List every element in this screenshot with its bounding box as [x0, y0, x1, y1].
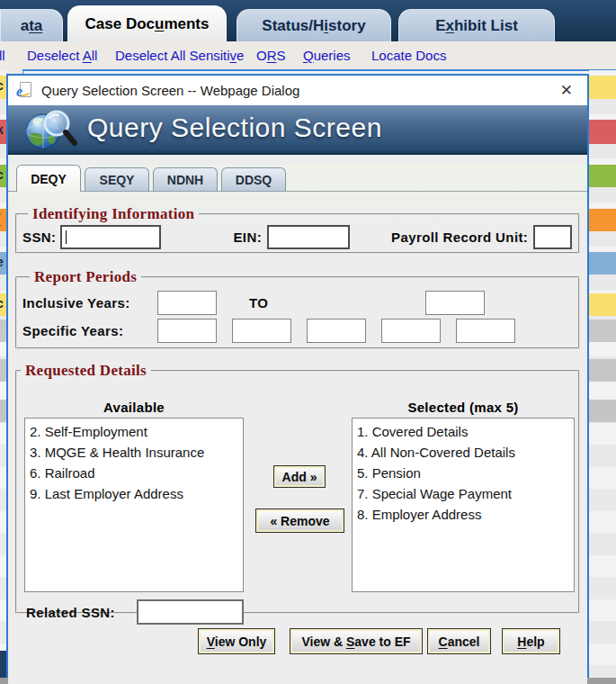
- inclusive-year-from-input[interactable]: [157, 291, 217, 315]
- list-item[interactable]: 2. Self-Employment: [25, 421, 243, 442]
- toolbar-link-deselect-all[interactable]: Deselect All: [27, 48, 97, 63]
- specific-year-1-input[interactable]: [157, 319, 217, 343]
- row-color-chip: c: [0, 293, 6, 316]
- tab-exhibit-list[interactable]: Exhibit List: [398, 9, 555, 41]
- payroll-record-unit-input[interactable]: [533, 225, 572, 249]
- text-caret: [66, 230, 67, 244]
- row-color-chip: [589, 252, 616, 274]
- specific-year-3-input[interactable]: [307, 319, 366, 343]
- tab-label: Exhibit List: [435, 17, 518, 35]
- requested-details-fieldset: Requested Details Available Selected (ma…: [15, 362, 580, 614]
- payroll-record-unit-label: Payroll Record Unit:: [391, 230, 528, 245]
- row-color-chip: k: [0, 120, 6, 144]
- tab-case-documents[interactable]: Case Documents: [67, 5, 227, 41]
- tab-ndnh[interactable]: NDNH: [153, 167, 218, 191]
- toolbar-link-locate-docs[interactable]: Locate Docs: [371, 48, 446, 63]
- clipped-text-fragment: c: [0, 167, 4, 182]
- dialog-banner: Query Selection Screen: [8, 105, 587, 155]
- list-item[interactable]: 6. Railroad: [25, 463, 243, 483]
- list-item[interactable]: 1. Covered Details: [353, 421, 574, 442]
- row-color-chip: c: [0, 165, 6, 187]
- available-listbox[interactable]: 2. Self-Employment 3. MQGE & Health Insu…: [24, 418, 244, 592]
- tab-label: ata: [21, 17, 43, 35]
- clipped-text-fragment: c: [0, 78, 4, 93]
- list-item[interactable]: 7. Special Wage Payment: [353, 483, 574, 504]
- query-tabstrip: DEQY SEQY NDNH DDSQ: [8, 165, 587, 192]
- related-ssn-label: Related SSN:: [26, 605, 115, 620]
- clipped-text-fragment: k: [0, 122, 4, 137]
- query-selection-dialog: e Query Selection Screen -- Webpage Dial…: [6, 74, 589, 678]
- available-header: Available: [24, 400, 244, 415]
- internet-explorer-icon: e: [16, 82, 34, 100]
- toolbar-link-queries[interactable]: Queries: [303, 48, 351, 63]
- row-color-chip: [589, 400, 616, 422]
- close-icon[interactable]: ✕: [560, 83, 573, 98]
- identifying-information-fieldset: Identifying Information SSN: EIN: Payrol…: [15, 205, 580, 254]
- row-color-chip: [589, 359, 616, 382]
- clipped-text-fragment: c: [0, 296, 4, 310]
- tab-deqy[interactable]: DEQY: [16, 165, 81, 192]
- screen: ata Case Documents Status/History Exhibi…: [0, 0, 616, 684]
- identifying-information-legend: Identifying Information: [28, 205, 199, 223]
- specific-year-4-input[interactable]: [381, 319, 441, 343]
- tab-seqy[interactable]: SEQY: [85, 167, 149, 191]
- ssn-label: SSN:: [22, 230, 56, 245]
- row-color-chip: [589, 120, 616, 144]
- cancel-button[interactable]: Cancel: [427, 628, 491, 654]
- list-item[interactable]: 4. All Non-Covered Details: [353, 442, 574, 463]
- list-item[interactable]: 3. MQGE & Health Insurance: [25, 442, 243, 463]
- globe-magnifier-icon: [21, 107, 85, 154]
- add-button[interactable]: Add »: [273, 465, 326, 488]
- report-periods-fieldset: Report Periods Inclusive Years: TO Speci…: [15, 268, 580, 349]
- requested-details-legend: Requested Details: [21, 362, 151, 380]
- view-only-button[interactable]: View Only: [198, 628, 275, 654]
- list-item[interactable]: 8. Employer Address: [353, 504, 574, 525]
- ein-input[interactable]: [267, 225, 350, 249]
- page-toolbar: ll Deselect All Deselect All Sensitive O…: [0, 41, 616, 70]
- row-color-chip: c: [0, 76, 6, 99]
- inclusive-years-label: Inclusive Years:: [22, 295, 157, 310]
- page-tab-bar: ata Case Documents Status/History Exhibi…: [0, 0, 616, 41]
- specific-years-label: Specific Years:: [22, 323, 157, 338]
- tab-status-history[interactable]: Status/History: [237, 9, 391, 41]
- tab-label: Status/History: [262, 17, 365, 35]
- row-color-chip: [589, 293, 616, 316]
- specific-year-2-input[interactable]: [232, 319, 291, 343]
- inclusive-year-to-input[interactable]: [425, 291, 485, 315]
- row-color-chip: e: [0, 252, 6, 274]
- list-item[interactable]: 5. Pension: [353, 463, 574, 483]
- remove-button[interactable]: « Remove: [255, 508, 344, 533]
- toolbar-link-deselect-all-sensitive[interactable]: Deselect All Sensitive: [115, 48, 244, 63]
- selected-listbox[interactable]: 1. Covered Details 4. All Non-Covered De…: [352, 418, 575, 592]
- row-color-chip: [589, 320, 616, 342]
- help-button[interactable]: Help: [502, 628, 560, 654]
- report-periods-legend: Report Periods: [30, 268, 141, 286]
- ssn-input[interactable]: [60, 225, 161, 249]
- clipped-text-fragment: (: [0, 212, 1, 226]
- dialog-titlebar: e Query Selection Screen -- Webpage Dial…: [8, 76, 587, 105]
- tab-data-partial[interactable]: ata: [0, 9, 63, 41]
- row-color-chip: [589, 165, 616, 187]
- to-label: TO: [249, 295, 384, 310]
- view-and-save-to-ef-button[interactable]: View & Save to EF: [290, 628, 423, 654]
- related-ssn-input[interactable]: [137, 599, 244, 625]
- tab-label: Case Documents: [85, 15, 210, 33]
- dialog-title: Query Selection Screen -- Webpage Dialog: [41, 83, 299, 98]
- toolbar-link-ors[interactable]: ORS: [256, 48, 286, 63]
- banner-title: Query Selection Screen: [87, 112, 382, 143]
- row-color-chip: [0, 400, 6, 422]
- row-color-chip: [589, 76, 616, 99]
- row-color-chip: [0, 359, 6, 382]
- row-color-chip: [589, 209, 616, 231]
- ein-label: EIN:: [233, 230, 262, 245]
- row-color-chip: (: [0, 209, 6, 231]
- list-item[interactable]: 9. Last Employer Address: [25, 483, 243, 504]
- clipped-text-fragment: e: [0, 255, 4, 269]
- action-button-row: View Only View & Save to EF Cancel Help: [15, 628, 580, 654]
- selected-header: Selected (max 5): [352, 400, 575, 415]
- specific-year-5-input[interactable]: [456, 319, 515, 343]
- toolbar-link-partial[interactable]: ll: [0, 48, 5, 63]
- dialog-body: DEQY SEQY NDNH DDSQ Identifying Informat…: [8, 165, 587, 684]
- tab-ddsq[interactable]: DDSQ: [221, 167, 286, 191]
- row-color-chip: [0, 320, 6, 342]
